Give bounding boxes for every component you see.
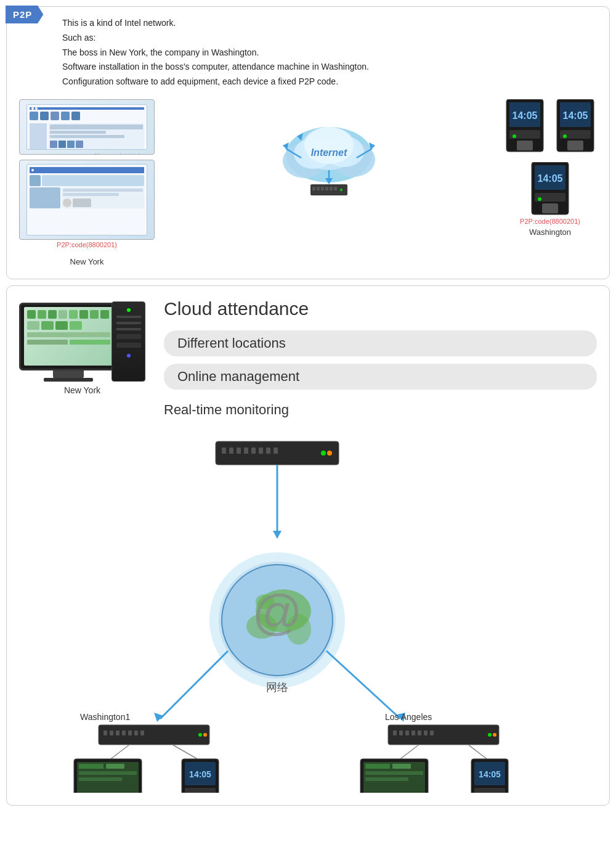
software-screenshot-bottom	[19, 160, 155, 240]
p2p-desc-line-3: The boss in New York, the company in Was…	[62, 46, 597, 60]
device-single: 14:05 P2P:code(8800201) Washington	[520, 162, 580, 237]
cloud-section: New York Cloud attendance Different loca…	[6, 285, 610, 806]
svg-point-22	[340, 189, 342, 191]
svg-rect-83	[405, 730, 409, 735]
p2p-diagram: Manager:administrator	[19, 99, 597, 266]
svg-rect-96	[79, 764, 103, 769]
svg-rect-48	[266, 448, 270, 454]
svg-point-78	[203, 733, 207, 737]
p2p-desc-line-5: Configuration software to add equipment,…	[62, 75, 597, 89]
svg-rect-84	[411, 730, 415, 735]
feature-online-management: Online management	[164, 364, 597, 390]
svg-text:Washington1: Washington1	[80, 712, 130, 722]
svg-rect-33	[567, 141, 583, 150]
svg-point-34	[563, 134, 567, 138]
tower-pc	[111, 301, 145, 382]
svg-rect-20	[330, 187, 333, 190]
svg-marker-53	[273, 531, 282, 539]
monitor	[19, 303, 118, 370]
svg-text:14:05: 14:05	[479, 769, 501, 779]
svg-rect-16	[312, 187, 315, 190]
svg-rect-19	[325, 187, 328, 190]
feature-different-locations: Different locations	[164, 330, 597, 356]
svg-point-77	[198, 733, 202, 737]
svg-rect-46	[251, 448, 256, 454]
p2p-right-panel: 14:05 14:05	[503, 99, 597, 237]
svg-rect-75	[134, 730, 138, 735]
svg-rect-69	[99, 725, 209, 745]
p2p-code-left: P2P:code(8800201)	[19, 241, 155, 248]
svg-line-66	[326, 651, 400, 719]
cloud-title: Cloud attendance	[164, 298, 597, 319]
new-york-label: New York	[19, 257, 155, 266]
svg-rect-108	[365, 764, 390, 769]
svg-rect-81	[393, 730, 397, 735]
internet-diagram: Internet	[161, 99, 497, 204]
cloud-features: Cloud attendance Different locations Onl…	[164, 298, 597, 423]
p2p-desc-line-2: Such as:	[62, 31, 597, 46]
svg-rect-49	[274, 448, 278, 454]
svg-rect-99	[79, 777, 122, 781]
svg-point-88	[488, 733, 492, 737]
svg-line-91	[172, 745, 197, 759]
svg-line-90	[111, 745, 129, 759]
svg-text:@: @	[252, 585, 302, 640]
svg-text:Los Angeles: Los Angeles	[385, 712, 432, 722]
svg-point-28	[513, 134, 516, 138]
svg-point-40	[538, 197, 541, 201]
monitor-screen	[24, 307, 113, 366]
svg-rect-116	[474, 788, 505, 793]
cloud-header: New York Cloud attendance Different loca…	[19, 298, 597, 423]
p2p-desc-line-4: Software installation in the boss's comp…	[62, 60, 597, 75]
svg-rect-18	[321, 187, 324, 190]
svg-point-51	[327, 451, 332, 456]
device-right-3: 14:05	[529, 162, 572, 218]
svg-rect-39	[542, 203, 558, 213]
svg-rect-71	[110, 730, 113, 735]
svg-text:14:05: 14:05	[563, 110, 588, 121]
svg-rect-110	[365, 771, 423, 775]
p2p-section: P2P This is a kind of Intel network. Suc…	[6, 6, 610, 279]
svg-rect-45	[244, 448, 248, 454]
svg-rect-73	[122, 730, 126, 735]
svg-rect-98	[79, 771, 137, 775]
svg-rect-17	[317, 187, 320, 190]
svg-rect-111	[365, 777, 408, 781]
svg-point-89	[493, 733, 496, 737]
svg-rect-42	[222, 448, 226, 454]
p2p-description: This is a kind of Intel network. Such as…	[62, 16, 597, 89]
svg-rect-70	[103, 730, 107, 735]
washington-label: Washington	[529, 227, 571, 237]
svg-text:14:05: 14:05	[538, 173, 563, 184]
feature-realtime: Real-time monitoring	[164, 397, 597, 423]
svg-rect-44	[237, 448, 241, 454]
p2p-left-panel: Manager:administrator	[19, 99, 155, 266]
network-svg: @ 网络 Washington1 Los Angeles	[18, 435, 598, 793]
p2p-desc-line-1: This is a kind of Intel network.	[62, 16, 597, 31]
svg-rect-27	[517, 141, 533, 150]
svg-rect-85	[418, 730, 421, 735]
svg-rect-87	[430, 730, 434, 735]
p2p-badge: P2P	[6, 6, 43, 23]
monitor-base	[44, 378, 93, 382]
svg-point-50	[321, 451, 326, 456]
svg-rect-82	[399, 730, 403, 735]
svg-text:14:05: 14:05	[189, 769, 211, 779]
svg-rect-76	[140, 730, 144, 735]
svg-rect-86	[424, 730, 428, 735]
svg-rect-80	[388, 725, 499, 745]
svg-rect-74	[128, 730, 132, 735]
device-right-1: 14:05	[503, 99, 546, 155]
computer-illustration: New York	[19, 298, 145, 423]
svg-text:14:05: 14:05	[513, 110, 538, 121]
svg-line-64	[160, 651, 228, 719]
svg-text:Internet: Internet	[311, 147, 347, 158]
cloud-new-york-label: New York	[64, 385, 100, 395]
svg-rect-97	[106, 764, 124, 769]
svg-rect-109	[392, 764, 411, 769]
svg-text:网络: 网络	[266, 681, 288, 694]
svg-rect-47	[259, 448, 263, 454]
network-diagram: @ 网络 Washington1 Los Angeles	[19, 435, 597, 793]
svg-rect-43	[229, 448, 233, 454]
p2p-code-right: P2P:code(8800201)	[520, 218, 580, 225]
